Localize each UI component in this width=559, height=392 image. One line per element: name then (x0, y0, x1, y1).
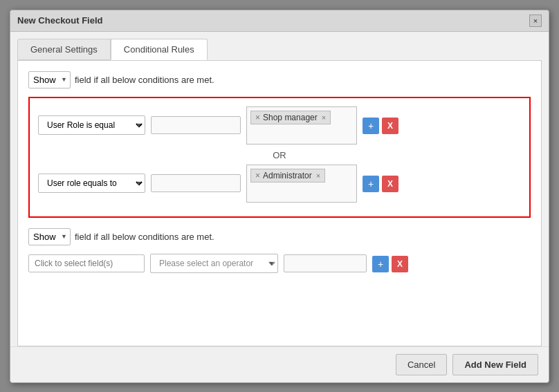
operator-select[interactable]: Please select an operator (150, 254, 278, 273)
operator-select-wrapper: Please select an operator (150, 254, 278, 273)
field-select-1[interactable]: User Role is equal (38, 115, 145, 135)
action-btns-2: + X (363, 174, 398, 192)
add-new-field-button[interactable]: Add New Field (452, 354, 538, 375)
value-input-lower[interactable] (284, 254, 367, 272)
show-select-wrapper-1: Show Hide (28, 71, 71, 88)
field-select-2[interactable]: User role equals to (38, 174, 145, 193)
field-select-input[interactable] (28, 254, 145, 272)
tag-remove-icon-2[interactable]: × (255, 171, 260, 180)
tag-shop-manager: × Shop manager × (250, 111, 331, 124)
add-condition-btn-2[interactable]: + (363, 176, 379, 192)
tabs-bar: General Settings Conditional Rules (10, 32, 549, 60)
tag-remove-icon-1[interactable]: × (255, 113, 260, 122)
cancel-button[interactable]: Cancel (396, 354, 447, 375)
rule-value-input-1[interactable] (151, 116, 241, 134)
dialog-footer: Cancel Add New Field (10, 346, 549, 382)
tab-conditional-rules[interactable]: Conditional Rules (111, 39, 208, 60)
dialog-header: New Checkout Field × (10, 10, 549, 32)
rule-value-input-2[interactable] (151, 174, 241, 192)
rule-row-lower: Please select an operator + X (28, 254, 531, 273)
dialog-close-button[interactable]: × (529, 15, 542, 27)
condition-label-1: Show Hide field if all below conditions … (28, 71, 531, 88)
tag-label-2: Administrator (263, 171, 312, 180)
add-condition-btn-lower[interactable]: + (372, 256, 389, 272)
rule-row-1: User Role is equal × Shop manager × + X (38, 106, 521, 144)
field-select-wrapper-2: User role equals to (38, 174, 145, 193)
add-condition-btn-1[interactable]: + (363, 118, 379, 134)
tags-container-1: × Shop manager × (246, 106, 357, 144)
tab-content-conditional-rules: Show Hide field if all below conditions … (17, 60, 542, 346)
rule-row-2: User role equals to × Administrator × + … (38, 165, 521, 203)
tag-outer-close-2[interactable]: × (316, 171, 320, 180)
show-select-2[interactable]: Show Hide (28, 228, 71, 245)
remove-condition-btn-lower[interactable]: X (392, 256, 408, 272)
dialog-title: New Checkout Field (17, 15, 103, 26)
new-checkout-field-dialog: New Checkout Field × General Settings Co… (10, 10, 549, 383)
action-btns-lower: + X (372, 254, 408, 272)
show-select-1[interactable]: Show Hide (28, 71, 71, 88)
tag-administrator: × Administrator × (250, 169, 325, 183)
condition-text-2: field if all below conditions are met. (75, 232, 214, 242)
remove-condition-btn-2[interactable]: X (382, 176, 398, 192)
rules-box-1: User Role is equal × Shop manager × + X (28, 97, 531, 218)
condition-label-2: Show Hide field if all below conditions … (28, 228, 531, 245)
condition-text-1: field if all below conditions are met. (75, 75, 214, 85)
tags-container-2: × Administrator × (246, 165, 357, 203)
field-select-wrapper-1: User Role is equal (38, 115, 145, 135)
tag-outer-close-1[interactable]: × (322, 113, 326, 122)
show-select-wrapper-2: Show Hide (28, 228, 71, 245)
tag-label-1: Shop manager (263, 113, 318, 122)
or-label: OR (38, 150, 521, 160)
tab-general-settings[interactable]: General Settings (17, 39, 111, 60)
remove-condition-btn-1[interactable]: X (382, 118, 398, 134)
action-btns-1: + X (363, 116, 398, 134)
